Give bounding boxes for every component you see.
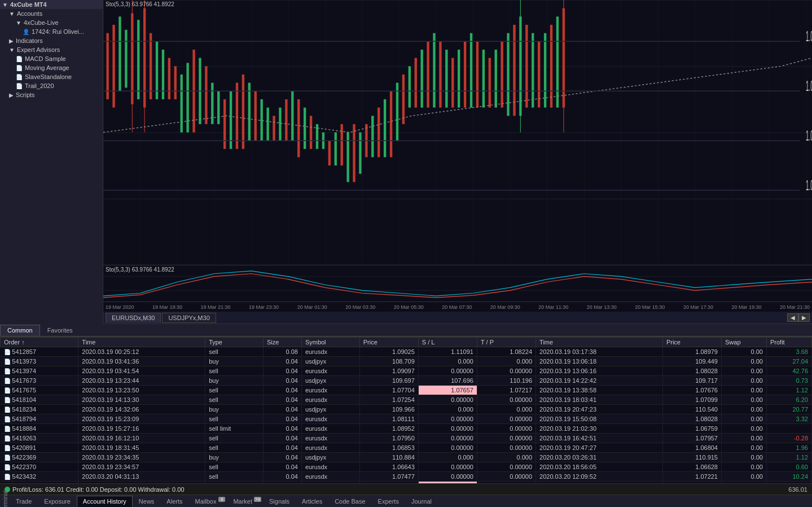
svg-text:1.06335: 1.06335	[806, 127, 812, 143]
col-close-time[interactable]: Time	[536, 338, 663, 347]
svg-rect-33	[304, 108, 306, 149]
svg-rect-72	[544, 33, 546, 108]
svg-rect-24	[248, 83, 251, 141]
sidebar-item-indicators[interactable]: ▶ Indicators	[0, 36, 103, 45]
chart-tab-usdjpyx[interactable]: USDJPYx,M30	[162, 313, 216, 323]
cell-type: buy	[205, 453, 264, 462]
bottom-tab-news[interactable]: News	[133, 496, 161, 507]
col-profit[interactable]: Profit	[766, 338, 811, 347]
sidebar-item-17424[interactable]: 👤 17424: Rui Olivei...	[0, 27, 103, 36]
table-row: 📄 54139742020.03.19 03:41:54sell0.04euru…	[1, 366, 812, 376]
svg-rect-34	[310, 116, 312, 149]
tab-favorites[interactable]: Favorites	[40, 325, 80, 336]
cell-open_time: 2020.03.19 13:23:44	[78, 376, 205, 386]
order-icon: 📄	[4, 349, 12, 355]
cell-tp: 0.00000	[477, 472, 536, 482]
cell-profit	[766, 424, 811, 434]
indicator-label: Sto(5,3,3) 63.9766 41.8922	[106, 1, 174, 7]
sidebar-item-scripts[interactable]: ▶ Scripts	[0, 90, 103, 99]
cell-type: sell	[205, 347, 264, 357]
col-type[interactable]: Type	[205, 338, 264, 347]
cell-sl: 0.000	[418, 453, 477, 462]
svg-rect-4	[125, 30, 127, 88]
bottom-tab-exposure[interactable]: Exposure	[38, 496, 76, 507]
cell-sl: 0.00000	[418, 434, 477, 443]
table-wrapper[interactable]: Order ↑ Time Type Size Symbol Price S / …	[0, 337, 812, 483]
svg-rect-23	[242, 75, 244, 149]
table-row: 📄 54208912020.03.19 18:31:45sell0.04euru…	[1, 443, 812, 453]
svg-text:1.06525: 1.06525	[806, 77, 812, 94]
cell-close_time: 2020.03.19 03:17:38	[536, 347, 663, 357]
cell-type: sell limit	[205, 424, 264, 434]
bottom-tab-trade[interactable]: Trade	[10, 496, 38, 507]
cell-size: 0.04	[263, 386, 301, 395]
time-label: 20 Mar 17:30	[683, 304, 713, 310]
col-time[interactable]: Time	[78, 338, 205, 347]
chart-nav: ◀ ▶	[787, 313, 810, 322]
ea-icon: 📄	[16, 74, 23, 80]
svg-rect-2	[112, 25, 115, 108]
chart-tab-eurusdx[interactable]: EURUSDx,M30	[106, 313, 161, 323]
cell-size: 0.04	[263, 414, 301, 424]
cell-order: 📄 5418794	[1, 414, 78, 424]
sidebar-item-trail[interactable]: 📄 Trail_2020	[0, 81, 103, 90]
svg-rect-73	[550, 25, 552, 108]
cell-close_time: 2020.03.20 18:56:05	[536, 462, 663, 472]
cell-profit: 27.04	[766, 357, 811, 366]
col-size[interactable]: Size	[263, 338, 301, 347]
col-tp[interactable]: T / P	[477, 338, 536, 347]
col-sl[interactable]: S / L	[418, 338, 477, 347]
svg-rect-12	[174, 66, 177, 99]
cell-tp: 0.00000	[477, 424, 536, 434]
col-price-close[interactable]: Price	[662, 338, 721, 347]
cell-type: sell	[205, 443, 264, 453]
bottom-tab-articles[interactable]: Articles	[296, 496, 328, 507]
cell-price_open: 1.08952	[359, 424, 418, 434]
sidebar-item-moving-average[interactable]: 📄 Moving Average	[0, 63, 103, 72]
bottom-tab-alerts[interactable]: Alerts	[160, 496, 188, 507]
cell-price_open: 1.06853	[359, 443, 418, 453]
cell-price_open: 1.07477	[359, 472, 418, 482]
svg-rect-59	[464, 41, 466, 107]
col-price-open[interactable]: Price	[359, 338, 418, 347]
terminal-label[interactable]: Terminal	[1, 489, 10, 507]
col-order[interactable]: Order ↑	[1, 338, 78, 347]
col-symbol[interactable]: Symbol	[301, 338, 359, 347]
svg-rect-66	[507, 33, 509, 116]
svg-rect-41	[353, 124, 355, 182]
sidebar-item-4xcube[interactable]: ▼ 4xCube MT4	[0, 0, 103, 9]
cell-close_time: 2020.03.19 15:50:08	[536, 414, 663, 424]
bottom-tab-experts[interactable]: Experts	[372, 496, 405, 507]
sidebar-item-macd[interactable]: 📄 MACD Sample	[0, 54, 103, 63]
bottom-tab-code-base[interactable]: Code Base	[328, 496, 371, 507]
cell-swap: 0.00	[721, 376, 766, 386]
bottom-tab-mailbox[interactable]: Mailbox6	[188, 496, 227, 507]
sidebar-item-accounts[interactable]: ▼ Accounts	[0, 9, 103, 18]
bottom-tab-signals[interactable]: Signals	[263, 496, 296, 507]
chart-next-button[interactable]: ▶	[798, 313, 810, 322]
cell-swap: 0.00	[721, 453, 766, 462]
sidebar-item-4xcube-live[interactable]: ▼ 4xCube-Live	[0, 18, 103, 27]
svg-rect-6	[137, 20, 139, 99]
cell-profit: 0.60	[766, 462, 811, 472]
bottom-tab-market[interactable]: Market74	[227, 496, 263, 507]
chart-prev-button[interactable]: ◀	[787, 313, 798, 322]
table-row: 📄 54234322020.03.20 04:31:13sell0.04euru…	[1, 472, 812, 482]
cell-price_open: 108.709	[359, 357, 418, 366]
col-swap[interactable]: Swap	[721, 338, 766, 347]
svg-rect-53	[427, 41, 429, 107]
cell-tp: 1.07217	[477, 386, 536, 395]
svg-rect-54	[433, 33, 435, 108]
cell-close_time: 2020.03.19 13:06:18	[536, 357, 663, 366]
sidebar-item-expert-advisors[interactable]: ▼ Expert Advisors	[0, 45, 103, 54]
sidebar-item-slave[interactable]: 📄 SlaveStandalone	[0, 72, 103, 81]
cell-close_time: 2020.03.20 03:26:31	[536, 453, 663, 462]
svg-rect-58	[458, 50, 460, 108]
table-row: 📄 54176752020.03.19 13:23:50sell0.04euru…	[1, 386, 812, 395]
bottom-tab-journal[interactable]: Journal	[405, 496, 438, 507]
order-icon: 📄	[4, 359, 12, 365]
table-row: 📄 54188842020.03.19 15:27:16sell limit0.…	[1, 424, 812, 434]
time-label: 19 Mar 2020	[106, 304, 134, 310]
bottom-tab-account-history[interactable]: Account History	[77, 496, 133, 507]
tab-common[interactable]: Common	[0, 325, 40, 336]
